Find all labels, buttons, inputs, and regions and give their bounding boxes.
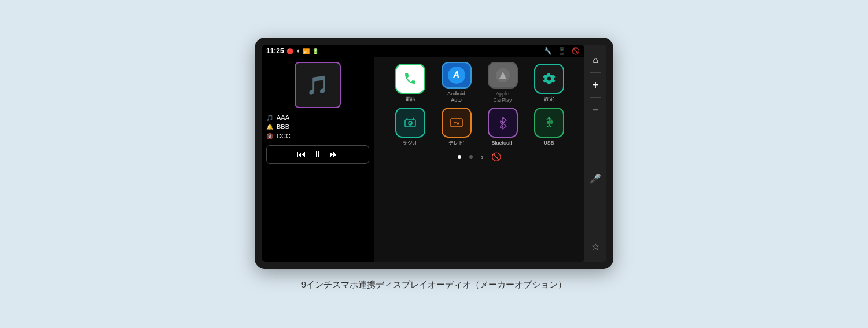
status-icon-signal: 📶 — [303, 48, 310, 54]
svg-text:TV: TV — [453, 121, 459, 126]
wrench-icon: 🔧 — [544, 47, 552, 55]
playback-controls: ⏮ ⏸ ⏭ — [266, 145, 369, 164]
app-denwa[interactable]: 電話 — [389, 62, 431, 104]
tv-icon: TV — [448, 115, 465, 131]
bottom-nav: › 🚫 — [379, 150, 580, 164]
star-button[interactable]: ☆ — [584, 235, 606, 257]
nav-no-icon: 🚫 — [491, 152, 501, 161]
app-icon-inner-tv: TV — [442, 108, 472, 138]
track-row-b: 🔔 BBB — [266, 123, 369, 130]
app-label-denwa: 電話 — [405, 96, 415, 102]
music-note-icon: 🎵 — [306, 74, 329, 96]
carplay-icon — [495, 67, 511, 83]
app-bluetooth[interactable]: ♪ Bluetooth — [482, 106, 524, 148]
album-art: 🎵 — [295, 62, 341, 108]
dot-inactive — [469, 155, 473, 159]
app-label-usb: USB — [543, 140, 554, 146]
track-b-label: BBB — [277, 123, 289, 130]
side-divider-1 — [590, 72, 601, 73]
radio-icon — [402, 115, 418, 131]
app-icon-inner-carplay — [488, 62, 518, 89]
no-icon-c: 🔇 — [266, 133, 273, 139]
right-panel: 電話 A AndroidAuto — [374, 57, 584, 262]
track-row-a: 🎵 AAA — [266, 114, 369, 121]
phone-svg-icon — [403, 72, 417, 86]
track-info: 🎵 AAA 🔔 BBB 🔇 CCC — [266, 114, 369, 139]
caption: 9インチスマホ連携ディスプレイオーディオ（メーカーオプション） — [301, 279, 567, 290]
status-icon-battery: 🔋 — [312, 48, 319, 54]
app-icon-inner-bluetooth: ♪ — [488, 108, 518, 138]
mic-button[interactable]: 🎤 — [584, 167, 606, 189]
app-icon-inner-denwa — [395, 64, 425, 94]
home-button[interactable]: ⌂ — [584, 49, 606, 71]
track-row-c: 🔇 CCC — [266, 132, 369, 139]
app-radio[interactable]: ラジオ — [389, 106, 431, 148]
status-bar: 11:25 🔴 ✦ 📶 🔋 🔧 📱 🚫 — [262, 45, 584, 57]
app-carplay[interactable]: AppleCarPlay — [482, 62, 524, 104]
volume-down-button[interactable]: − — [584, 99, 606, 121]
app-label-bluetooth: Bluetooth — [491, 140, 513, 146]
usb-icon — [542, 116, 556, 130]
app-icon-inner-radio — [395, 108, 425, 138]
app-label-carplay: AppleCarPlay — [493, 91, 512, 104]
app-icon-inner-android-auto: A — [442, 62, 472, 89]
dot-active — [458, 155, 461, 159]
side-divider-2 — [590, 97, 601, 98]
app-tv[interactable]: TV テレビ — [436, 106, 477, 148]
track-a-label: AAA — [277, 114, 289, 121]
no-icon: 🚫 — [572, 47, 580, 55]
app-label-android-auto: AndroidAuto — [447, 91, 465, 104]
status-icon-alert: 🔴 — [286, 48, 293, 54]
next-button[interactable]: ⏭ — [329, 149, 339, 160]
app-android-auto[interactable]: A AndroidAuto — [436, 62, 477, 104]
main-area: 🎵 🎵 AAA 🔔 BBB 🔇 CCC — [262, 57, 584, 262]
aa-circle: A — [448, 67, 465, 84]
app-icon-inner-settings — [534, 64, 564, 94]
app-settings[interactable]: 設定 — [528, 62, 570, 104]
app-label-radio: ラジオ — [402, 140, 418, 146]
prev-button[interactable]: ⏮ — [297, 149, 306, 160]
bluetooth-icon: ♪ — [495, 115, 511, 131]
left-panel: 🎵 🎵 AAA 🔔 BBB 🔇 CCC — [262, 57, 374, 262]
side-buttons: ⌂ + − 🎤 ☆ — [584, 45, 606, 262]
status-icon-bt: ✦ — [296, 48, 300, 54]
device: 11:25 🔴 ✦ 📶 🔋 🔧 📱 🚫 🎵 — [255, 38, 613, 269]
app-grid-row-1: 電話 A AndroidAuto — [379, 62, 580, 104]
device-wrapper: 11:25 🔴 ✦ 📶 🔋 🔧 📱 🚫 🎵 — [255, 38, 613, 290]
aa-letter: A — [453, 70, 460, 80]
nav-arrow[interactable]: › — [481, 152, 484, 161]
app-icon-inner-usb — [534, 108, 564, 138]
track-c-label: CCC — [277, 132, 290, 139]
svg-point-4 — [547, 76, 551, 80]
gear-icon — [541, 71, 557, 87]
top-icons: 🔧 📱 🚫 — [544, 47, 580, 55]
app-label-settings: 設定 — [544, 96, 554, 102]
status-time: 11:25 — [266, 47, 284, 55]
music-icon-a: 🎵 — [266, 115, 273, 121]
phone-icon-top: 📱 — [558, 47, 566, 55]
svg-point-8 — [410, 123, 411, 124]
app-label-tv: テレビ — [448, 140, 464, 146]
pause-button[interactable]: ⏸ — [313, 149, 322, 160]
screen: 11:25 🔴 ✦ 📶 🔋 🔧 📱 🚫 🎵 — [262, 45, 584, 262]
bell-icon-b: 🔔 — [266, 124, 273, 130]
svg-text:♪: ♪ — [501, 119, 505, 126]
app-grid-row-2: ラジオ TV テレビ — [379, 106, 580, 148]
app-usb[interactable]: USB — [528, 106, 570, 148]
volume-up-button[interactable]: + — [584, 74, 606, 96]
